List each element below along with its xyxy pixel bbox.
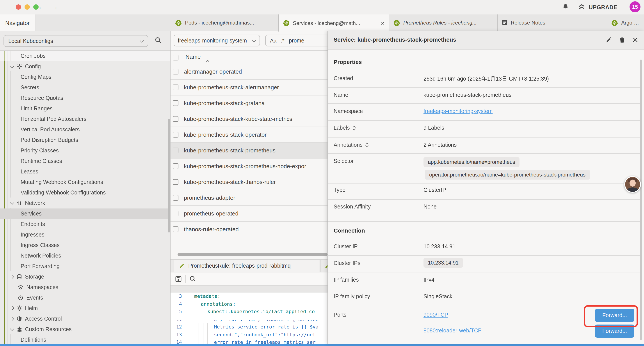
edit-pencil-icon[interactable] [606, 37, 612, 45]
sidebar-item-secrets[interactable]: Secrets [0, 82, 170, 93]
row-checkbox[interactable] [172, 163, 178, 169]
editor-line[interactable]: 3metadata: [170, 293, 328, 300]
indent-guide [207, 323, 208, 344]
navigator-panel-tab[interactable]: Navigator [0, 14, 36, 31]
row-checkbox[interactable] [172, 195, 178, 201]
sidebar-item-horizontal-pod-autoscalers[interactable]: Horizontal Pod Autoscalers [0, 114, 170, 124]
editor-line[interactable]: 12Metrics service error rate is {{ $va [170, 323, 328, 331]
row-checkbox[interactable] [172, 179, 178, 185]
editor-line[interactable]: 11o", "for": "nm", "labels": {"service" [170, 316, 328, 323]
minimize-window-icon[interactable] [24, 4, 30, 10]
yaml-editor[interactable]: 3metadata:4annotations:5kubectl.kubernet… [170, 293, 328, 344]
kubeconfig-selector[interactable]: Local Kubeconfigs [4, 35, 148, 47]
line-number: 13 [170, 332, 182, 338]
user-avatar[interactable] [624, 176, 641, 193]
horizontal-scrollbar[interactable] [178, 253, 328, 256]
sidebar-item-network[interactable]: Network [0, 198, 170, 208]
notifications-bell-icon[interactable] [562, 3, 569, 13]
row-checkbox[interactable] [172, 116, 178, 122]
sidebar-item-namespaces[interactable]: Namespaces [0, 282, 170, 292]
row-checkbox[interactable] [172, 226, 178, 232]
row-checkbox[interactable] [172, 132, 178, 137]
sidebar-item-leases[interactable]: Leases [0, 166, 170, 177]
row-checkbox[interactable] [172, 84, 178, 90]
row-label-annotations[interactable]: Annotations [334, 142, 369, 148]
sidebar-item-limit-ranges[interactable]: Limit Ranges [0, 103, 170, 114]
namespace-link[interactable]: freeleaps-monitoring-system [424, 108, 492, 114]
sidebar-item-ingress-classes[interactable]: Ingress Classes [0, 240, 170, 250]
row-checkbox[interactable] [172, 69, 178, 74]
sidebar-item-custom-resources[interactable]: Custom Resources [0, 324, 170, 335]
editor-tab-partial[interactable] [320, 260, 328, 272]
sidebar-search-icon[interactable] [155, 37, 161, 45]
sidebar-item-runtime-classes[interactable]: Runtime Classes [0, 156, 170, 166]
sidebar-item-port-forwarding[interactable]: Port Forwarding [0, 261, 170, 271]
editor-line[interactable]: 13second.","runbook_url":"https://net [170, 331, 328, 339]
close-window-icon[interactable] [16, 4, 21, 10]
tab-prometheus-rules[interactable]: Prometheus Rules - icecheng... [389, 14, 498, 31]
sidebar-item-access-control[interactable]: Access Control [0, 313, 170, 324]
sidebar-item-helm[interactable]: Helm [0, 303, 170, 313]
close-tab-icon[interactable]: × [378, 19, 384, 26]
tab-release-notes[interactable]: Release Notes [498, 14, 607, 31]
column-header-name[interactable]: Name [186, 53, 200, 60]
table-row-thanos-ruler-operated[interactable]: thanos-ruler-operated [170, 222, 328, 237]
sidebar-item-network-policies[interactable]: Network Policies [0, 250, 170, 261]
forward-button[interactable]: → [51, 2, 58, 12]
select-all-checkbox[interactable] [172, 55, 178, 60]
sidebar-item-config-maps[interactable]: Config Maps [0, 72, 170, 82]
table-row-alertmanager-operated[interactable]: alertmanager-operated [170, 64, 328, 80]
editor-line[interactable]: 5kubectl.kubernetes.io/last-applied-co [170, 308, 328, 316]
sidebar-item-pod-disruption-budgets[interactable]: Pod Disruption Budgets [0, 135, 170, 145]
drawer-scrollbar[interactable] [640, 59, 642, 340]
sidebar-item-resource-quotas[interactable]: Resource Quotas [0, 93, 170, 103]
sidebar-item-definitions[interactable]: Definitions [0, 335, 170, 345]
sidebar-item-mutating-webhook-configurations[interactable]: Mutating Webhook Configurations [0, 177, 170, 187]
row-label-labels[interactable]: Labels [334, 125, 356, 131]
row-checkbox[interactable] [172, 100, 178, 106]
back-button[interactable]: ← [38, 2, 45, 12]
table-row-prometheus-adapter[interactable]: prometheus-adapter [170, 190, 328, 206]
sidebar-item-config[interactable]: Config [0, 61, 170, 72]
editor-line[interactable]: 14error rate in freeleaps metrics ser [170, 339, 328, 344]
port-link-9090[interactable]: 9090/TCP [424, 312, 448, 318]
editor-line[interactable]: 4annotations: [170, 300, 328, 308]
sidebar-scrollbar[interactable] [168, 119, 170, 233]
row-checkbox[interactable] [172, 211, 178, 216]
table-row-kube-prometheus-stack-kube-state-metrics[interactable]: kube-prometheus-stack-kube-state-metrics [170, 111, 328, 127]
editor-tab-prometheusrule[interactable]: PrometheusRule: freeleaps-prod-rabbitmq [174, 260, 320, 272]
tab-services[interactable]: Services - icecheng@math... × [278, 14, 389, 31]
yaml-link[interactable]: https://net [284, 332, 316, 338]
table-row-kube-prometheus-stack-prometheus[interactable]: kube-prometheus-stack-prometheus [170, 143, 328, 159]
save-icon[interactable] [175, 276, 182, 284]
tab-pods[interactable]: Pods - icecheng@mathmas... [171, 14, 278, 31]
table-row-kube-prometheus-stack-thanos-ruler[interactable]: kube-prometheus-stack-thanos-ruler [170, 174, 328, 190]
sidebar-item-priority-classes[interactable]: Priority Classes [0, 145, 170, 156]
namespace-filter-dropdown[interactable]: freeleaps-monitoring-system [174, 34, 260, 46]
regex-toggle[interactable]: .* [281, 37, 284, 43]
sidebar-item-cron-jobs[interactable]: Cron Jobs [0, 50, 170, 61]
sidebar-item-ingresses[interactable]: Ingresses [0, 229, 170, 240]
tab-argo[interactable]: Argo Se [607, 14, 644, 31]
editor-search-icon[interactable] [190, 276, 196, 284]
upgrade-button[interactable]: UPGRADE [578, 3, 618, 11]
sidebar-item-endpoints[interactable]: Endpoints [0, 219, 170, 229]
sidebar-item-validating-webhook-configurations[interactable]: Validating Webhook Configurations [0, 187, 170, 198]
port-link-8080[interactable]: 8080:reloader-web/TCP [424, 327, 482, 334]
table-row-kube-prometheus-stack-prometheus-node-expor[interactable]: kube-prometheus-stack-prometheus-node-ex… [170, 159, 328, 174]
table-row-prometheus-operated[interactable]: prometheus-operated [170, 206, 328, 222]
sidebar-item-label: Config Maps [20, 74, 51, 80]
notification-count-badge[interactable]: 15 [630, 1, 640, 12]
close-icon[interactable] [632, 37, 638, 45]
search-input[interactable]: Aa .* prome [265, 34, 328, 46]
sidebar-item-vertical-pod-autoscalers[interactable]: Vertical Pod Autoscalers [0, 124, 170, 135]
row-checkbox[interactable] [172, 148, 178, 153]
table-row-kube-prometheus-stack-operator[interactable]: kube-prometheus-stack-operator [170, 127, 328, 143]
sidebar-item-storage[interactable]: Storage [0, 271, 170, 282]
sidebar-item-services[interactable]: Services [0, 208, 170, 219]
delete-trash-icon[interactable] [619, 37, 625, 45]
table-row-kube-prometheus-stack-alertmanager[interactable]: kube-prometheus-stack-alertmanager [170, 80, 328, 95]
table-row-kube-prometheus-stack-grafana[interactable]: kube-prometheus-stack-grafana [170, 95, 328, 111]
match-case-toggle[interactable]: Aa [270, 37, 276, 43]
sidebar-item-events[interactable]: Events [0, 292, 170, 303]
